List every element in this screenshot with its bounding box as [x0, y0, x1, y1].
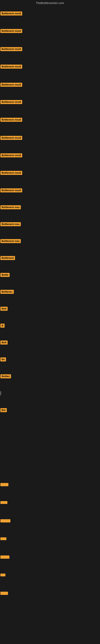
bottleneck-badge: Bott: [0, 340, 8, 344]
bottleneck-badge: Bottleneck result: [0, 118, 22, 122]
result-row: Bottleneck result: [0, 153, 22, 158]
bottleneck-badge: Bot: [0, 408, 7, 412]
bottom-dark-area: [0, 433, 100, 644]
result-row: Bottleneck result: [0, 29, 22, 34]
indicator-line: [0, 391, 1, 395]
result-row: Bottleneck resu: [0, 222, 21, 227]
bottleneck-badge: Bottleneck result: [0, 153, 22, 158]
result-row: Bottlen: [0, 374, 11, 379]
result-row: Bottleneck result: [0, 118, 22, 122]
result-row: Bottleneck result: [0, 64, 22, 70]
bottleneck-badge: Bottleneck result: [0, 64, 22, 69]
bottom-badge-3: [0, 537, 6, 540]
result-row: Bottleneck result: [0, 100, 22, 105]
bottleneck-badge: Bottleneck result: [0, 12, 22, 16]
bottom-badge-1: [0, 501, 7, 504]
bottleneck-badge: Bottleneck result: [0, 136, 22, 140]
result-row: Bottleneck result: [0, 188, 22, 193]
result-row: Bottle: [0, 273, 10, 278]
results-container: Bottleneck resultBottleneck resultBottle…: [0, 0, 100, 644]
bottom-badge-0: [0, 483, 8, 486]
bottleneck-badge: Bottleneck result: [0, 171, 22, 175]
bottleneck-badge: Bottleneck result: [0, 188, 22, 192]
bottleneck-badge: Bottleneck result: [0, 83, 22, 87]
bottleneck-badge: Bo: [0, 358, 6, 362]
result-row: Bo: [0, 358, 6, 362]
result-row: Bottleneck result: [0, 136, 22, 141]
bottleneck-badge: Bottlen: [0, 374, 11, 378]
bottom-badge-5: [0, 574, 5, 576]
bottleneck-badge: Bottlenec: [0, 290, 14, 294]
result-row: Bottleneck resu: [0, 239, 21, 244]
bottleneck-badge: Bott: [0, 307, 8, 311]
result-row: Bottleneck result: [0, 83, 22, 88]
bottleneck-badge: Bottle: [0, 273, 10, 277]
result-row: Bottlenec: [0, 290, 14, 295]
bottleneck-badge: Bottleneck resu: [0, 239, 21, 243]
result-row: B: [0, 324, 4, 328]
result-row: Bottleneck result: [0, 12, 22, 16]
bottleneck-badge: Bottleneck result: [0, 100, 22, 104]
bottleneck-badge: Bottleneck resu: [0, 222, 21, 226]
bottom-badge-4: [0, 556, 9, 559]
bottleneck-badge: B: [0, 324, 4, 328]
bottleneck-badge: Bottleneck result: [0, 29, 22, 33]
bottleneck-badge: Bottleneck resu: [0, 205, 21, 209]
result-row: Bot: [0, 408, 7, 413]
bottom-badge-6: [0, 592, 8, 595]
result-row: Bottleneck result: [0, 171, 22, 176]
result-row: Bott: [0, 340, 8, 345]
bottleneck-badge: Bottleneck: [0, 256, 15, 260]
result-row: Bottleneck resu: [0, 205, 21, 210]
result-row: Bott: [0, 307, 8, 312]
bottleneck-badge: Bottleneck result: [0, 47, 22, 51]
result-row: Bottleneck: [0, 256, 15, 261]
result-row: Bottleneck result: [0, 47, 22, 52]
bottom-badge-2: [0, 519, 10, 522]
